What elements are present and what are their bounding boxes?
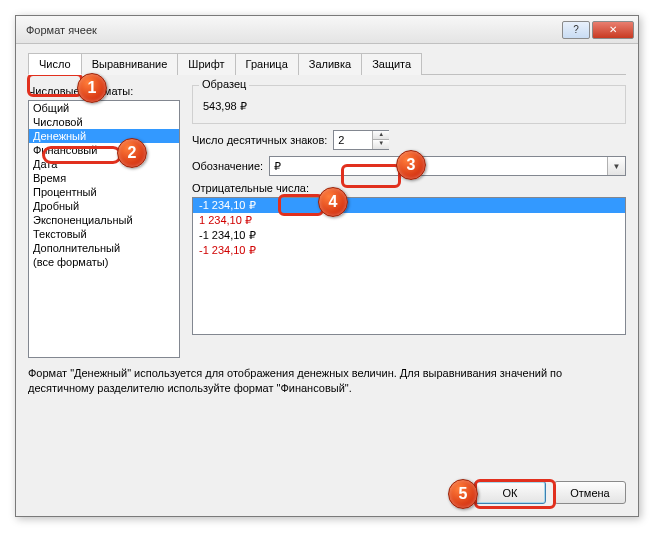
list-item[interactable]: -1 234,10 ₽ [193,243,625,258]
decimals-spinner[interactable]: ▲ ▼ [333,130,389,150]
tab-protection[interactable]: Защита [361,53,422,75]
sample-value: 543,98 ₽ [201,92,617,115]
chevron-down-icon[interactable]: ▼ [607,157,625,175]
tab-fill[interactable]: Заливка [298,53,362,75]
list-item[interactable]: (все форматы) [29,255,179,269]
titlebar: Формат ячеек ? ✕ [16,16,638,44]
symbol-label: Обозначение: [192,160,263,172]
tabs: Число Выравнивание Шрифт Граница Заливка… [28,52,626,75]
list-item[interactable]: Время [29,171,179,185]
tab-alignment[interactable]: Выравнивание [81,53,179,75]
list-item[interactable]: Дополнительный [29,241,179,255]
format-cells-dialog: Формат ячеек ? ✕ Число Выравнивание Шриф… [15,15,639,517]
cancel-button[interactable]: Отмена [554,481,626,504]
list-item[interactable]: Общий [29,101,179,115]
decimals-label: Число десятичных знаков: [192,134,327,146]
list-item[interactable]: -1 234,10 ₽ [193,228,625,243]
help-button[interactable]: ? [562,21,590,39]
sample-label: Образец [199,78,249,90]
window-title: Формат ячеек [26,24,562,36]
decimals-input[interactable] [334,131,372,149]
tab-font[interactable]: Шрифт [177,53,235,75]
list-item[interactable]: Процентный [29,185,179,199]
list-item[interactable]: Текстовый [29,227,179,241]
list-item[interactable]: 1 234,10 ₽ [193,213,625,228]
number-formats-label: Числовые форматы: [28,85,180,97]
ok-button[interactable]: ОК [474,481,546,504]
list-item[interactable]: Дробный [29,199,179,213]
list-item[interactable]: Дата [29,157,179,171]
tab-number[interactable]: Число [28,53,82,75]
spinner-up-icon[interactable]: ▲ [373,131,389,140]
tab-border[interactable]: Граница [235,53,299,75]
close-button[interactable]: ✕ [592,21,634,39]
list-item[interactable]: Финансовый [29,143,179,157]
list-item[interactable]: Денежный [29,129,179,143]
list-item[interactable]: Экспоненциальный [29,213,179,227]
negatives-label: Отрицательные числа: [192,182,626,194]
sample-group: Образец 543,98 ₽ [192,85,626,124]
list-item[interactable]: Числовой [29,115,179,129]
spinner-down-icon[interactable]: ▼ [373,140,389,149]
symbol-input[interactable] [270,157,607,175]
negatives-list[interactable]: -1 234,10 ₽1 234,10 ₽-1 234,10 ₽-1 234,1… [192,197,626,335]
format-description: Формат "Денежный" используется для отобр… [28,366,626,396]
symbol-combo[interactable]: ▼ [269,156,626,176]
list-item[interactable]: -1 234,10 ₽ [193,198,625,213]
number-formats-list[interactable]: ОбщийЧисловойДенежныйФинансовыйДатаВремя… [28,100,180,358]
